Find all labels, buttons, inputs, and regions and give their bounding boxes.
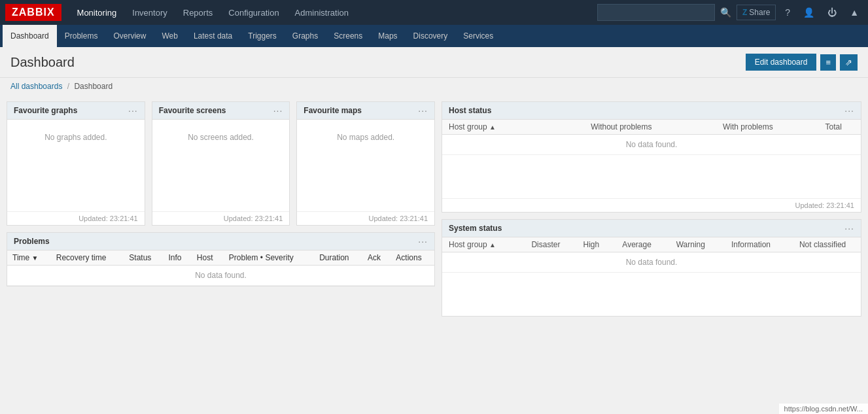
col-recovery-time: Recovery time <box>51 250 124 266</box>
widget-fav-graphs-body: No graphs added. <box>7 120 145 211</box>
widget-problems-header: Problems ··· <box>7 233 434 250</box>
nav-graphs[interactable]: Graphs <box>285 25 326 47</box>
widget-fav-screens-footer: Updated: 23:21:41 <box>152 211 290 225</box>
host-status-header-row: Host group ▲ Without problems With probl… <box>442 120 861 135</box>
col-status: Status <box>124 250 163 266</box>
search-icon[interactable]: 🔍 <box>720 7 731 18</box>
fullscreen-button[interactable]: ⇗ <box>840 54 858 71</box>
fav-graphs-no-data: No graphs added. <box>44 133 107 142</box>
system-status-col-high: High <box>572 237 610 252</box>
nav-latest-data[interactable]: Latest data <box>186 25 240 47</box>
widget-fav-maps-header: Favourite maps ··· <box>297 102 434 120</box>
breadcrumb-separator: / <box>67 82 69 91</box>
edit-dashboard-button[interactable]: Edit dashboard <box>746 54 817 71</box>
system-status-table: Host group ▲ Disaster High Average <box>442 237 861 273</box>
system-status-header-row: Host group ▲ Disaster High Average <box>442 237 861 252</box>
widget-fav-maps-title: Favourite maps <box>304 106 362 115</box>
col-host: Host <box>192 250 224 266</box>
widget-fav-screens-menu[interactable]: ··· <box>273 105 283 116</box>
search-input[interactable] <box>597 4 715 21</box>
problems-table-header-row: Time ▼ Recovery time Status Info <box>7 250 434 266</box>
page-header: Dashboard Edit dashboard ≡ ⇗ <box>0 47 868 78</box>
widget-host-status-menu[interactable]: ··· <box>844 105 854 116</box>
main-content: Favourite graphs ··· No graphs added. Up… <box>0 95 868 323</box>
page-title: Dashboard <box>10 55 75 70</box>
logo[interactable]: ZABBIX <box>5 4 61 21</box>
nav-discovery[interactable]: Discovery <box>406 25 456 47</box>
widget-fav-screens: Favourite screens ··· No screens added. … <box>152 101 290 226</box>
col-time[interactable]: Time ▼ <box>7 250 51 266</box>
widget-fav-screens-body: No screens added. <box>152 120 290 211</box>
system-status-col-warning: Warning <box>664 237 718 252</box>
widget-system-status: System status ··· Host group ▲ Disaster <box>442 219 861 317</box>
system-status-col-average: Average <box>610 237 663 252</box>
breadcrumb-all-dashboards[interactable]: All dashboards <box>10 82 62 91</box>
widget-fav-graphs-header: Favourite graphs ··· <box>7 102 145 120</box>
host-status-col-with: With problems <box>689 120 806 135</box>
nav-services[interactable]: Services <box>455 25 501 47</box>
widget-fav-graphs-title: Favourite graphs <box>14 106 77 115</box>
widget-system-status-title: System status <box>449 224 502 233</box>
widget-host-status-footer: Updated: 23:21:41 <box>442 198 861 212</box>
widget-fav-maps-footer: Updated: 23:21:41 <box>297 211 434 225</box>
system-status-col-group: Host group ▲ <box>442 237 519 252</box>
share-button[interactable]: Z Share <box>737 5 776 20</box>
widget-fav-graphs-menu[interactable]: ··· <box>128 105 138 116</box>
nav-dashboard[interactable]: Dashboard <box>3 25 57 47</box>
widget-fav-screens-header: Favourite screens ··· <box>152 102 290 120</box>
problems-table: Time ▼ Recovery time Status Info <box>7 250 434 286</box>
top-nav-right: 🔍 Z Share ? 👤 ⏻ ▲ <box>597 4 863 21</box>
widget-fav-maps: Favourite maps ··· No maps added. Update… <box>296 101 435 226</box>
page-header-actions: Edit dashboard ≡ ⇗ <box>746 54 858 71</box>
nav-administration[interactable]: Administration <box>287 0 356 25</box>
nav-problems[interactable]: Problems <box>57 25 106 47</box>
user-icon[interactable]: 👤 <box>799 7 818 18</box>
nav-monitoring[interactable]: Monitoring <box>69 0 125 25</box>
widget-fav-maps-menu[interactable]: ··· <box>418 105 428 116</box>
system-status-col-not-classified: Not classified <box>784 237 861 252</box>
nav-screens[interactable]: Screens <box>326 25 370 47</box>
host-status-table: Host group ▲ Without problems With probl… <box>442 120 861 155</box>
nav-overview[interactable]: Overview <box>105 25 154 47</box>
widget-host-status-body: Host group ▲ Without problems With probl… <box>442 120 861 198</box>
widget-fav-graphs-footer: Updated: 23:21:41 <box>7 211 145 225</box>
fav-maps-no-data: No maps added. <box>337 133 394 142</box>
nav-inventory[interactable]: Inventory <box>124 0 175 25</box>
host-status-col-group: Host group ▲ <box>442 120 553 135</box>
col-problem-severity: Problem • Severity <box>224 250 314 266</box>
top-navigation: ZABBIX Monitoring Inventory Reports Conf… <box>0 0 868 25</box>
system-status-no-data-row: No data found. <box>442 252 861 273</box>
list-view-button[interactable]: ≡ <box>820 54 836 71</box>
problems-no-data: No data found. <box>7 266 434 286</box>
widget-fav-screens-title: Favourite screens <box>159 106 226 115</box>
breadcrumb-current: Dashboard <box>74 82 113 91</box>
widget-fav-graphs: Favourite graphs ··· No graphs added. Up… <box>7 101 145 226</box>
system-status-no-data: No data found. <box>442 252 861 273</box>
scroll-up-icon[interactable]: ▲ <box>846 7 863 18</box>
nav-reports[interactable]: Reports <box>175 0 221 25</box>
widget-problems: Problems ··· Time ▼ Recovery time St <box>7 232 435 286</box>
nav-configuration[interactable]: Configuration <box>220 0 286 25</box>
nav-maps[interactable]: Maps <box>370 25 405 47</box>
col-info: Info <box>164 250 192 266</box>
nav-web[interactable]: Web <box>154 25 185 47</box>
power-icon[interactable]: ⏻ <box>824 7 841 18</box>
widget-system-status-menu[interactable]: ··· <box>844 223 854 233</box>
second-navigation: Dashboard Problems Overview Web Latest d… <box>0 25 868 47</box>
fav-screens-no-data: No screens added. <box>188 133 254 142</box>
col-duration: Duration <box>314 250 362 266</box>
help-icon[interactable]: ? <box>781 7 794 18</box>
host-status-col-without: Without problems <box>553 120 689 135</box>
problems-no-data-row: No data found. <box>7 266 434 286</box>
host-status-no-data: No data found. <box>442 135 861 155</box>
widget-problems-title: Problems <box>14 237 50 246</box>
col-ack: Ack <box>362 250 391 266</box>
host-status-col-total: Total <box>806 120 861 135</box>
breadcrumb: All dashboards / Dashboard <box>0 78 868 95</box>
widget-host-status-title: Host status <box>449 106 491 115</box>
widget-problems-menu[interactable]: ··· <box>418 236 428 247</box>
widget-host-status-header: Host status ··· <box>442 102 861 120</box>
nav-triggers[interactable]: Triggers <box>240 25 285 47</box>
left-column: Favourite graphs ··· No graphs added. Up… <box>7 101 435 317</box>
widget-fav-maps-body: No maps added. <box>297 120 434 211</box>
